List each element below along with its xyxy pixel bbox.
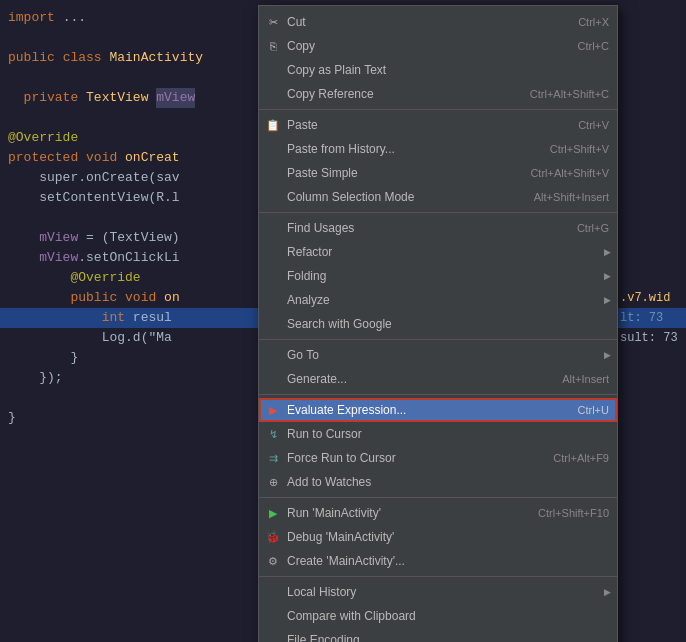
paste-label: Paste bbox=[287, 118, 318, 132]
menu-item-paste[interactable]: 📋 Paste Ctrl+V bbox=[259, 113, 617, 137]
separator bbox=[259, 212, 617, 213]
menu-item-cut[interactable]: ✂ Cut Ctrl+X bbox=[259, 10, 617, 34]
menu-item-paste-history[interactable]: Paste from History... Ctrl+Shift+V bbox=[259, 137, 617, 161]
code-editor: import ... public class MainActivity pri… bbox=[0, 0, 260, 642]
paste-history-label: Paste from History... bbox=[287, 142, 395, 156]
run-cursor-icon: ↯ bbox=[265, 426, 281, 442]
run-icon: ▶ bbox=[265, 505, 281, 521]
code-line bbox=[0, 68, 260, 88]
code-right-line bbox=[616, 188, 686, 208]
menu-item-find-usages[interactable]: Find Usages Ctrl+G bbox=[259, 216, 617, 240]
local-history-label: Local History bbox=[287, 585, 356, 599]
paste-history-shortcut: Ctrl+Shift+V bbox=[530, 143, 609, 155]
generate-shortcut: Alt+Insert bbox=[542, 373, 609, 385]
menu-item-compare-clipboard[interactable]: Compare with Clipboard bbox=[259, 604, 617, 628]
paste-simple-shortcut: Ctrl+Alt+Shift+V bbox=[510, 167, 609, 179]
separator bbox=[259, 109, 617, 110]
add-watches-label: Add to Watches bbox=[287, 475, 371, 489]
code-line: setContentView(R.l bbox=[0, 188, 260, 208]
code-right-line bbox=[616, 68, 686, 88]
code-line: public class MainActivity bbox=[0, 48, 260, 68]
cut-label: Cut bbox=[287, 15, 306, 29]
menu-item-refactor[interactable]: Refactor bbox=[259, 240, 617, 264]
force-run-label: Force Run to Cursor bbox=[287, 451, 396, 465]
paste-icon: 📋 bbox=[265, 117, 281, 133]
code-right-line bbox=[616, 208, 686, 228]
menu-item-copy-ref[interactable]: Copy Reference Ctrl+Alt+Shift+C bbox=[259, 82, 617, 106]
menu-item-folding[interactable]: Folding bbox=[259, 264, 617, 288]
separator bbox=[259, 497, 617, 498]
menu-item-analyze[interactable]: Analyze bbox=[259, 288, 617, 312]
menu-item-debug-main[interactable]: 🐞 Debug 'MainActivity' bbox=[259, 525, 617, 549]
run-main-label: Run 'MainActivity' bbox=[287, 506, 381, 520]
column-sel-label: Column Selection Mode bbox=[287, 190, 414, 204]
menu-item-copy[interactable]: ⎘ Copy Ctrl+C bbox=[259, 34, 617, 58]
run-cursor-label: Run to Cursor bbox=[287, 427, 362, 441]
code-line: Log.d("Ma bbox=[0, 328, 260, 348]
code-line: mView = (TextView) bbox=[0, 228, 260, 248]
analyze-label: Analyze bbox=[287, 293, 330, 307]
watches-icon: ⊕ bbox=[265, 474, 281, 490]
code-right-line bbox=[616, 248, 686, 268]
code-line bbox=[0, 108, 260, 128]
menu-item-evaluate[interactable]: ▶ Evaluate Expression... Ctrl+U bbox=[259, 398, 617, 422]
paste-simple-label: Paste Simple bbox=[287, 166, 358, 180]
code-editor-right: .v7.wid lt: 73 sult: 73 bbox=[616, 0, 686, 642]
menu-item-create-main[interactable]: ⚙ Create 'MainActivity'... bbox=[259, 549, 617, 573]
code-right-line bbox=[616, 168, 686, 188]
copy-shortcut: Ctrl+C bbox=[558, 40, 609, 52]
copy-icon: ⎘ bbox=[265, 38, 281, 54]
menu-item-run-main[interactable]: ▶ Run 'MainActivity' Ctrl+Shift+F10 bbox=[259, 501, 617, 525]
code-right-line: .v7.wid bbox=[616, 288, 686, 308]
code-right-line bbox=[616, 128, 686, 148]
code-line: super.onCreate(sav bbox=[0, 168, 260, 188]
menu-item-paste-simple[interactable]: Paste Simple Ctrl+Alt+Shift+V bbox=[259, 161, 617, 185]
code-line: } bbox=[0, 408, 260, 428]
code-line: } bbox=[0, 348, 260, 368]
folding-label: Folding bbox=[287, 269, 326, 283]
separator bbox=[259, 394, 617, 395]
code-right-line bbox=[616, 8, 686, 28]
code-right-line bbox=[616, 88, 686, 108]
menu-item-generate[interactable]: Generate... Alt+Insert bbox=[259, 367, 617, 391]
code-line bbox=[0, 388, 260, 408]
copy-ref-label: Copy Reference bbox=[287, 87, 374, 101]
menu-item-run-cursor[interactable]: ↯ Run to Cursor bbox=[259, 422, 617, 446]
compare-clipboard-label: Compare with Clipboard bbox=[287, 609, 416, 623]
code-right-line bbox=[616, 48, 686, 68]
context-menu: ✂ Cut Ctrl+X ⎘ Copy Ctrl+C Copy as Plain… bbox=[258, 5, 618, 642]
find-usages-label: Find Usages bbox=[287, 221, 354, 235]
code-line: public void on bbox=[0, 288, 260, 308]
evaluate-label: Evaluate Expression... bbox=[287, 403, 406, 417]
code-line: mView.setOnClickLi bbox=[0, 248, 260, 268]
force-run-shortcut: Ctrl+Alt+F9 bbox=[533, 452, 609, 464]
evaluate-shortcut: Ctrl+U bbox=[558, 404, 609, 416]
menu-item-add-watches[interactable]: ⊕ Add to Watches bbox=[259, 470, 617, 494]
menu-item-force-run[interactable]: ⇉ Force Run to Cursor Ctrl+Alt+F9 bbox=[259, 446, 617, 470]
code-right-line-selected: lt: 73 bbox=[616, 308, 686, 328]
create-icon: ⚙ bbox=[265, 553, 281, 569]
code-right-line bbox=[616, 148, 686, 168]
menu-item-local-history[interactable]: Local History bbox=[259, 580, 617, 604]
code-line-selected: int resul bbox=[0, 308, 260, 328]
menu-item-copy-plain[interactable]: Copy as Plain Text bbox=[259, 58, 617, 82]
paste-shortcut: Ctrl+V bbox=[558, 119, 609, 131]
code-line: protected void onCreat bbox=[0, 148, 260, 168]
code-line bbox=[0, 208, 260, 228]
code-line: private TextView mView bbox=[0, 88, 260, 108]
menu-item-goto[interactable]: Go To bbox=[259, 343, 617, 367]
menu-item-column-sel[interactable]: Column Selection Mode Alt+Shift+Insert bbox=[259, 185, 617, 209]
debug-icon: 🐞 bbox=[265, 529, 281, 545]
force-run-icon: ⇉ bbox=[265, 450, 281, 466]
copy-ref-shortcut: Ctrl+Alt+Shift+C bbox=[510, 88, 609, 100]
generate-label: Generate... bbox=[287, 372, 347, 386]
code-line: @Override bbox=[0, 268, 260, 288]
menu-item-search-google[interactable]: Search with Google bbox=[259, 312, 617, 336]
create-main-label: Create 'MainActivity'... bbox=[287, 554, 405, 568]
code-right-line bbox=[616, 28, 686, 48]
separator bbox=[259, 576, 617, 577]
menu-item-file-encoding[interactable]: File Encoding bbox=[259, 628, 617, 642]
code-right-line: sult: 73 bbox=[616, 328, 686, 348]
refactor-label: Refactor bbox=[287, 245, 332, 259]
code-line: @Override bbox=[0, 128, 260, 148]
